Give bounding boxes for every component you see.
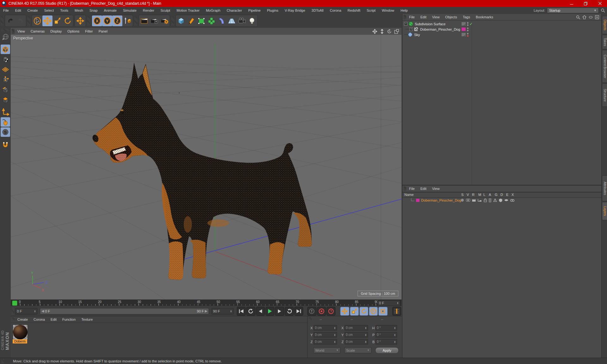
- viewport-toggle-layout-icon[interactable]: [394, 29, 399, 34]
- om-menu-edit[interactable]: Edit: [418, 15, 429, 19]
- spinner-arrows-icon[interactable]: ▲▼: [34, 310, 36, 312]
- menu-corona[interactable]: Corona: [327, 9, 344, 12]
- pos-x-input[interactable]: 0 cm▲▼: [314, 325, 337, 331]
- render-view-button[interactable]: [139, 15, 149, 26]
- expander-plus-icon[interactable]: +: [409, 27, 413, 31]
- menu-sculpt[interactable]: Sculpt: [157, 9, 174, 12]
- menu-pipeline[interactable]: Pipeline: [245, 9, 264, 12]
- viewport-menu-display[interactable]: Display: [47, 29, 64, 33]
- menu-edit[interactable]: Edit: [12, 9, 24, 12]
- xref-icon[interactable]: [510, 198, 514, 202]
- keyframe-selection-button[interactable]: ?: [327, 307, 335, 316]
- tree-row-subdivision-surface[interactable]: − Subdivision Surface ✓: [402, 21, 602, 27]
- layout-select[interactable]: Startup ▼: [547, 8, 599, 13]
- spinner-arrows-icon[interactable]: ▲▼: [230, 310, 232, 312]
- material-menu-function[interactable]: Function: [59, 318, 78, 321]
- record-rotation-toggle[interactable]: [359, 307, 368, 316]
- previous-frame-button[interactable]: [256, 307, 265, 316]
- lm-menu-view[interactable]: View: [429, 187, 443, 191]
- live-selection-tool[interactable]: [32, 15, 42, 26]
- size-y-input[interactable]: 0 cm▲▼: [345, 332, 368, 337]
- rot-h-input[interactable]: 0 °▲▼: [376, 325, 397, 331]
- goto-next-key-button[interactable]: [285, 307, 294, 316]
- menu-plugins[interactable]: Plugins: [264, 9, 281, 12]
- minimize-button[interactable]: [564, 0, 579, 7]
- add-deformer-button[interactable]: [217, 15, 227, 26]
- om-menu-bookmarks[interactable]: Bookmarks: [473, 15, 496, 19]
- menu-character[interactable]: Character: [224, 9, 245, 12]
- viewport-menu-drag-handle[interactable]: [12, 29, 15, 34]
- expressions-icon[interactable]: [504, 199, 508, 202]
- lock-y-axis-button[interactable]: Y: [102, 15, 112, 26]
- undo-button[interactable]: [5, 15, 15, 26]
- viewport-menu-view[interactable]: View: [15, 29, 28, 33]
- make-editable-button[interactable]: [1, 33, 10, 42]
- range-left-arrow-icon[interactable]: ◀: [41, 309, 44, 313]
- close-button[interactable]: [593, 0, 607, 7]
- visible-icon[interactable]: [466, 198, 470, 202]
- redo-button[interactable]: [15, 15, 26, 26]
- add-light-button[interactable]: [247, 15, 257, 26]
- menu-select[interactable]: Select: [41, 9, 57, 12]
- tab-attributes[interactable]: Attributes: [602, 175, 607, 201]
- add-camera-button[interactable]: [237, 15, 247, 26]
- size-x-input[interactable]: 0 cm▲▼: [345, 325, 368, 331]
- next-frame-button[interactable]: [275, 307, 284, 316]
- add-environment-object-button[interactable]: [227, 15, 237, 26]
- generators-icon[interactable]: [493, 198, 497, 202]
- material-menu-corona[interactable]: Corona: [31, 318, 48, 321]
- coords-space-select[interactable]: World▼: [313, 347, 340, 353]
- viewport-pan-icon[interactable]: [372, 29, 377, 34]
- coordinate-system-button[interactable]: [122, 15, 132, 26]
- menu-tools[interactable]: Tools: [57, 9, 71, 12]
- edges-mode-button[interactable]: [1, 85, 10, 94]
- solo-icon[interactable]: [461, 198, 464, 202]
- keyframe-bar-button[interactable]: [392, 307, 401, 316]
- play-button[interactable]: [266, 307, 274, 316]
- add-spline-pen-button[interactable]: [186, 15, 196, 26]
- transport-drag-handle[interactable]: [12, 307, 14, 315]
- menu-simulate[interactable]: Simulate: [120, 9, 140, 12]
- range-right-arrow-icon[interactable]: ▶: [205, 309, 207, 313]
- record-parameter-toggle[interactable]: P: [369, 307, 378, 316]
- material-drag-handle[interactable]: [12, 317, 15, 322]
- goto-start-button[interactable]: [237, 307, 246, 316]
- snap-mode-button[interactable]: S: [1, 127, 10, 137]
- om-path-up-icon[interactable]: [582, 15, 586, 19]
- add-subdivision-surface-button[interactable]: [196, 15, 206, 26]
- manager-icon[interactable]: [478, 198, 482, 202]
- goto-end-button[interactable]: [294, 307, 303, 316]
- viewport-menu-options[interactable]: Options: [64, 29, 82, 33]
- viewport-zoom-icon[interactable]: [380, 29, 384, 34]
- lock-icon[interactable]: [484, 198, 487, 202]
- apply-button[interactable]: Apply: [375, 347, 399, 354]
- menu-snap[interactable]: Snap: [86, 9, 101, 12]
- search-icon[interactable]: [601, 8, 605, 13]
- menu-render[interactable]: Render: [140, 9, 157, 12]
- layer-toggle[interactable]: [461, 33, 466, 37]
- deformers-icon[interactable]: [499, 198, 502, 202]
- menu-help[interactable]: Help: [397, 9, 411, 12]
- timeline-ruler[interactable]: 051015202530354045505560657075808590 0 F…: [11, 300, 402, 306]
- enabled-check-icon[interactable]: ✓: [469, 22, 473, 26]
- doberman-model[interactable]: [91, 63, 312, 280]
- material-menu-edit[interactable]: Edit: [48, 318, 59, 321]
- om-menu-file[interactable]: File: [406, 15, 418, 19]
- points-mode-button[interactable]: [1, 75, 10, 84]
- menu-redshift[interactable]: Redshift: [344, 9, 363, 12]
- add-cube-primitive-button[interactable]: [176, 15, 186, 26]
- coords-mode-select[interactable]: Scale▼: [344, 347, 371, 353]
- layer-row-doberman[interactable]: Doberman_Pinscher_Dog: [402, 197, 602, 203]
- lm-menu-edit[interactable]: Edit: [418, 187, 429, 191]
- viewport-camera-label[interactable]: Perspective: [13, 36, 33, 40]
- om-search-icon[interactable]: [576, 15, 580, 19]
- viewport-solo-mode-button[interactable]: [1, 117, 10, 127]
- timeline-playhead[interactable]: [12, 300, 17, 306]
- polygons-mode-button[interactable]: [1, 95, 10, 105]
- menu-vray-bridge[interactable]: V-Ray Bridge: [282, 9, 309, 12]
- texture-mode-button[interactable]: [1, 55, 10, 64]
- add-modeling-object-button[interactable]: [206, 15, 217, 26]
- coords-drag-handle[interactable]: [309, 317, 312, 322]
- maximize-button[interactable]: [579, 0, 593, 7]
- frame-end-spinner[interactable]: 90 F ▲▼: [212, 308, 234, 314]
